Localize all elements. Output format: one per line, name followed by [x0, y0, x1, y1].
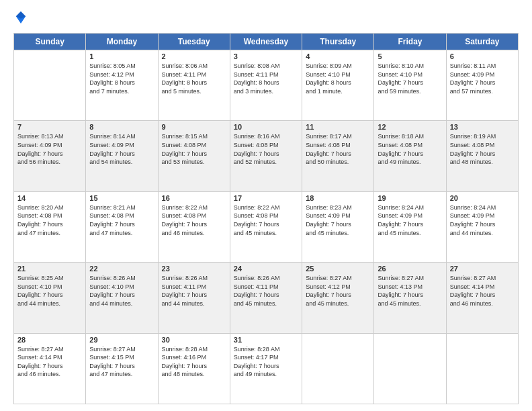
day-number: 20 [450, 194, 515, 202]
day-number: 2 [162, 52, 226, 60]
calendar-cell [374, 333, 446, 404]
day-info: Sunrise: 8:05 AM Sunset: 4:12 PM Dayligh… [89, 62, 154, 95]
day-info: Sunrise: 8:11 AM Sunset: 4:09 PM Dayligh… [450, 62, 515, 95]
calendar-cell: 21Sunrise: 8:25 AM Sunset: 4:10 PM Dayli… [14, 263, 86, 333]
day-number: 30 [162, 336, 226, 344]
calendar-cell: 17Sunrise: 8:22 AM Sunset: 4:08 PM Dayli… [230, 191, 302, 262]
calendar-cell: 20Sunrise: 8:24 AM Sunset: 4:09 PM Dayli… [446, 191, 518, 262]
calendar-cell [446, 333, 518, 404]
day-info: Sunrise: 8:15 AM Sunset: 4:08 PM Dayligh… [162, 132, 226, 166]
day-info: Sunrise: 8:26 AM Sunset: 4:10 PM Dayligh… [89, 274, 154, 308]
day-info: Sunrise: 8:22 AM Sunset: 4:08 PM Dayligh… [162, 203, 226, 237]
calendar-cell: 30Sunrise: 8:28 AM Sunset: 4:16 PM Dayli… [158, 333, 230, 404]
day-number: 17 [234, 194, 298, 202]
calendar-cell: 8Sunrise: 8:14 AM Sunset: 4:09 PM Daylig… [86, 121, 158, 191]
day-info: Sunrise: 8:27 AM Sunset: 4:14 PM Dayligh… [450, 274, 515, 308]
calendar-week-row: 7Sunrise: 8:13 AM Sunset: 4:09 PM Daylig… [14, 121, 519, 191]
header [13, 10, 519, 26]
day-number: 18 [306, 194, 370, 202]
day-info: Sunrise: 8:24 AM Sunset: 4:09 PM Dayligh… [450, 203, 515, 237]
day-info: Sunrise: 8:27 AM Sunset: 4:15 PM Dayligh… [89, 345, 154, 379]
day-number: 28 [17, 336, 82, 344]
calendar-cell: 19Sunrise: 8:24 AM Sunset: 4:09 PM Dayli… [374, 191, 446, 262]
logo [13, 10, 27, 26]
day-number: 31 [234, 336, 298, 344]
calendar-header-cell: Wednesday [230, 34, 302, 50]
day-info: Sunrise: 8:26 AM Sunset: 4:11 PM Dayligh… [234, 274, 298, 308]
day-info: Sunrise: 8:13 AM Sunset: 4:09 PM Dayligh… [17, 132, 82, 166]
calendar-cell: 5Sunrise: 8:10 AM Sunset: 4:10 PM Daylig… [374, 50, 446, 121]
calendar-cell: 16Sunrise: 8:22 AM Sunset: 4:08 PM Dayli… [158, 191, 230, 262]
day-number: 13 [450, 123, 515, 131]
calendar-cell: 24Sunrise: 8:26 AM Sunset: 4:11 PM Dayli… [230, 263, 302, 333]
calendar-cell: 18Sunrise: 8:23 AM Sunset: 4:09 PM Dayli… [302, 191, 374, 262]
day-number: 24 [234, 265, 298, 273]
day-number: 29 [89, 336, 154, 344]
day-info: Sunrise: 8:28 AM Sunset: 4:17 PM Dayligh… [234, 345, 298, 379]
day-number: 8 [89, 123, 154, 131]
calendar-week-row: 28Sunrise: 8:27 AM Sunset: 4:14 PM Dayli… [14, 333, 519, 404]
day-number: 26 [378, 265, 442, 273]
day-number: 14 [17, 194, 82, 202]
day-info: Sunrise: 8:17 AM Sunset: 4:08 PM Dayligh… [306, 132, 370, 166]
day-number: 6 [450, 52, 515, 60]
calendar-cell: 14Sunrise: 8:20 AM Sunset: 4:08 PM Dayli… [14, 191, 86, 262]
calendar-cell: 25Sunrise: 8:27 AM Sunset: 4:12 PM Dayli… [302, 263, 374, 333]
calendar-cell: 27Sunrise: 8:27 AM Sunset: 4:14 PM Dayli… [446, 263, 518, 333]
day-info: Sunrise: 8:27 AM Sunset: 4:12 PM Dayligh… [306, 274, 370, 308]
calendar-cell: 1Sunrise: 8:05 AM Sunset: 4:12 PM Daylig… [86, 50, 158, 121]
day-number: 25 [306, 265, 370, 273]
calendar-header-cell: Monday [86, 34, 158, 50]
day-number: 22 [89, 265, 154, 273]
day-info: Sunrise: 8:06 AM Sunset: 4:11 PM Dayligh… [162, 62, 226, 95]
calendar-cell: 26Sunrise: 8:27 AM Sunset: 4:13 PM Dayli… [374, 263, 446, 333]
day-info: Sunrise: 8:10 AM Sunset: 4:10 PM Dayligh… [378, 62, 442, 95]
day-info: Sunrise: 8:24 AM Sunset: 4:09 PM Dayligh… [378, 203, 442, 237]
day-info: Sunrise: 8:25 AM Sunset: 4:10 PM Dayligh… [17, 274, 82, 308]
calendar-cell: 11Sunrise: 8:17 AM Sunset: 4:08 PM Dayli… [302, 121, 374, 191]
calendar-cell [14, 50, 86, 121]
day-number: 11 [306, 123, 370, 131]
calendar-cell: 6Sunrise: 8:11 AM Sunset: 4:09 PM Daylig… [446, 50, 518, 121]
calendar-cell: 22Sunrise: 8:26 AM Sunset: 4:10 PM Dayli… [86, 263, 158, 333]
day-info: Sunrise: 8:26 AM Sunset: 4:11 PM Dayligh… [162, 274, 226, 308]
day-info: Sunrise: 8:27 AM Sunset: 4:13 PM Dayligh… [378, 274, 442, 308]
calendar-cell: 7Sunrise: 8:13 AM Sunset: 4:09 PM Daylig… [14, 121, 86, 191]
calendar-header-cell: Friday [374, 34, 446, 50]
day-number: 4 [306, 52, 370, 60]
day-number: 7 [17, 123, 82, 131]
calendar-week-row: 14Sunrise: 8:20 AM Sunset: 4:08 PM Dayli… [14, 191, 519, 262]
calendar-cell [302, 333, 374, 404]
calendar-cell: 15Sunrise: 8:21 AM Sunset: 4:08 PM Dayli… [86, 191, 158, 262]
day-info: Sunrise: 8:27 AM Sunset: 4:14 PM Dayligh… [17, 345, 82, 379]
calendar-cell: 28Sunrise: 8:27 AM Sunset: 4:14 PM Dayli… [14, 333, 86, 404]
day-number: 27 [450, 265, 515, 273]
day-info: Sunrise: 8:28 AM Sunset: 4:16 PM Dayligh… [162, 345, 226, 379]
day-number: 10 [234, 123, 298, 131]
day-number: 12 [378, 123, 442, 131]
day-info: Sunrise: 8:08 AM Sunset: 4:11 PM Dayligh… [234, 62, 298, 95]
calendar-cell: 12Sunrise: 8:18 AM Sunset: 4:08 PM Dayli… [374, 121, 446, 191]
day-number: 15 [89, 194, 154, 202]
calendar-cell: 3Sunrise: 8:08 AM Sunset: 4:11 PM Daylig… [230, 50, 302, 121]
calendar-header-cell: Thursday [302, 34, 374, 50]
day-number: 9 [162, 123, 226, 131]
calendar-week-row: 1Sunrise: 8:05 AM Sunset: 4:12 PM Daylig… [14, 50, 519, 121]
calendar-cell: 10Sunrise: 8:16 AM Sunset: 4:08 PM Dayli… [230, 121, 302, 191]
calendar-cell: 2Sunrise: 8:06 AM Sunset: 4:11 PM Daylig… [158, 50, 230, 121]
calendar-cell: 9Sunrise: 8:15 AM Sunset: 4:08 PM Daylig… [158, 121, 230, 191]
day-info: Sunrise: 8:21 AM Sunset: 4:08 PM Dayligh… [89, 203, 154, 237]
calendar-cell: 23Sunrise: 8:26 AM Sunset: 4:11 PM Dayli… [158, 263, 230, 333]
day-number: 23 [162, 265, 226, 273]
day-info: Sunrise: 8:22 AM Sunset: 4:08 PM Dayligh… [234, 203, 298, 237]
calendar-header-cell: Saturday [446, 34, 518, 50]
day-info: Sunrise: 8:23 AM Sunset: 4:09 PM Dayligh… [306, 203, 370, 237]
day-number: 3 [234, 52, 298, 60]
calendar: SundayMondayTuesdayWednesdayThursdayFrid… [13, 33, 519, 404]
calendar-header-cell: Tuesday [158, 34, 230, 50]
day-number: 5 [378, 52, 442, 60]
day-number: 16 [162, 194, 226, 202]
day-number: 21 [17, 265, 82, 273]
day-info: Sunrise: 8:20 AM Sunset: 4:08 PM Dayligh… [17, 203, 82, 237]
calendar-cell: 13Sunrise: 8:19 AM Sunset: 4:08 PM Dayli… [446, 121, 518, 191]
